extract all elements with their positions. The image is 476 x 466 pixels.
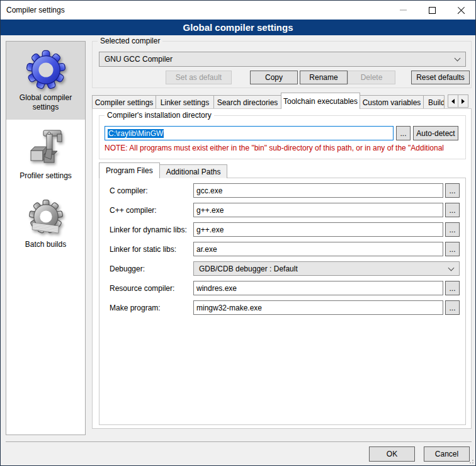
tab-build-options[interactable]: Build options: [423, 95, 445, 109]
compiler-select[interactable]: GNU GCC Compiler: [99, 52, 466, 67]
static-linker-browse-button[interactable]: ...: [445, 242, 460, 256]
maximize-button[interactable]: [417, 1, 446, 20]
footer-divider: [6, 441, 472, 442]
field-label: Resource compiler:: [110, 284, 174, 293]
toolchain-executables-page: Compiler's installation directory C:\ray…: [92, 108, 472, 429]
tab-search-directories[interactable]: Search directories: [213, 95, 281, 109]
field-value: ar.exe: [196, 245, 217, 254]
sidebar-item-label: Global compiler settings: [9, 93, 82, 112]
minimize-icon: [400, 9, 407, 11]
debugger-select[interactable]: GDB/CDB debugger : Default: [193, 261, 460, 276]
field-label: Linker for static libs:: [110, 245, 176, 254]
cpp-compiler-input[interactable]: g++.exe: [193, 203, 443, 217]
subtab-additional-paths[interactable]: Additional Paths: [159, 164, 228, 178]
minimize-button[interactable]: [388, 1, 417, 20]
close-button[interactable]: [446, 1, 475, 20]
cpp-compiler-browse-button[interactable]: ...: [445, 203, 460, 217]
group-legend: Compiler's installation directory: [105, 111, 214, 120]
dynamic-linker-input[interactable]: g++.exe: [193, 222, 443, 237]
resize-grip[interactable]: [468, 458, 473, 463]
settings-category-list: Global compiler settings: [6, 41, 86, 435]
cancel-button[interactable]: Cancel: [424, 446, 470, 462]
install-dir-input[interactable]: C:\raylib\MinGW: [105, 126, 394, 140]
bin-subdirectory-note: NOTE: All programs must exist either in …: [105, 144, 465, 152]
copy-button[interactable]: Copy: [250, 71, 298, 84]
program-row: Resource compiler: windres.exe ...: [99, 281, 465, 295]
program-row: C++ compiler: g++.exe ...: [99, 203, 465, 217]
make-program-browse-button[interactable]: ...: [445, 300, 460, 315]
subtab-program-files[interactable]: Program Files: [99, 162, 160, 178]
delete-button[interactable]: Delete: [348, 71, 395, 84]
caliper-icon: [9, 125, 82, 171]
tab-compiler-settings[interactable]: Compiler settings: [92, 95, 156, 109]
field-value: gcc.exe: [196, 186, 222, 195]
close-icon: [457, 6, 465, 14]
tab-scroll-right-button[interactable]: [458, 94, 468, 108]
selected-text: C:\raylib\MinGW: [108, 129, 164, 138]
program-files-page: C compiler: gcc.exe ... C++ compiler: g+…: [99, 178, 466, 425]
make-program-input[interactable]: mingw32-make.exe: [193, 300, 443, 315]
page-title: Global compiler settings: [1, 20, 475, 35]
program-row: C compiler: gcc.exe ...: [99, 183, 465, 198]
install-dir-browse-button[interactable]: ...: [396, 126, 411, 140]
gray-gear-stack-icon: [9, 193, 82, 240]
triangle-right-icon: [462, 99, 465, 104]
tab-scroll-buttons: [448, 94, 468, 108]
sidebar-item-label: Batch builds: [9, 240, 82, 249]
compiler-settings-dialog: Compiler settings Global compiler settin…: [0, 0, 476, 466]
field-value: windres.exe: [196, 284, 237, 293]
c-compiler-input[interactable]: gcc.exe: [193, 183, 443, 198]
sidebar-item-profiler-settings[interactable]: Profiler settings: [6, 120, 85, 188]
set-as-default-button[interactable]: Set as default: [166, 71, 232, 84]
field-value: g++.exe: [196, 225, 224, 234]
title-bar[interactable]: Compiler settings: [1, 1, 475, 20]
tab-scroll-left-button[interactable]: [448, 94, 458, 108]
resource-compiler-input[interactable]: windres.exe: [193, 281, 443, 295]
field-value: mingw32-make.exe: [196, 304, 262, 312]
rename-button[interactable]: Rename: [300, 71, 348, 84]
field-label: Make program:: [110, 304, 161, 312]
tab-toolchain-executables[interactable]: Toolchain executables: [281, 93, 360, 109]
debugger-select-value: GDB/CDB debugger : Default: [199, 264, 298, 273]
field-label: Linker for dynamic libs:: [110, 225, 187, 234]
program-row: Debugger: GDB/CDB debugger : Default: [99, 261, 465, 276]
field-label: C compiler:: [110, 186, 148, 195]
settings-tabs: Compiler settings Linker settings Search…: [92, 93, 472, 109]
static-linker-input[interactable]: ar.exe: [193, 242, 443, 256]
window-title: Compiler settings: [6, 6, 65, 14]
sidebar-item-batch-builds[interactable]: Batch builds: [6, 188, 85, 257]
installation-directory-group: Compiler's installation directory C:\ray…: [99, 115, 466, 159]
tab-custom-variables[interactable]: Custom variables: [360, 95, 424, 109]
dynamic-linker-browse-button[interactable]: ...: [445, 222, 460, 237]
compiler-select-value: GNU GCC Compiler: [105, 55, 173, 64]
selected-compiler-group: Selected compiler GNU GCC Compiler Set a…: [92, 41, 472, 88]
maximize-icon: [429, 7, 436, 14]
chevron-down-icon: [455, 55, 461, 62]
field-value: g++.exe: [196, 206, 224, 215]
group-legend: Selected compiler: [98, 37, 162, 45]
sidebar-item-label: Profiler settings: [9, 171, 82, 181]
reset-defaults-button[interactable]: Reset defaults: [411, 71, 470, 84]
triangle-left-icon: [451, 99, 455, 104]
ok-button[interactable]: OK: [369, 446, 415, 462]
program-row: Linker for dynamic libs: g++.exe ...: [99, 222, 465, 237]
auto-detect-button[interactable]: Auto-detect: [413, 126, 458, 140]
chevron-down-icon: [448, 264, 455, 271]
tab-linker-settings[interactable]: Linker settings: [156, 95, 214, 109]
sidebar-item-global-compiler-settings[interactable]: Global compiler settings: [6, 42, 85, 120]
c-compiler-browse-button[interactable]: ...: [445, 183, 460, 198]
resource-compiler-browse-button[interactable]: ...: [445, 281, 460, 295]
program-row: Linker for static libs: ar.exe ...: [99, 242, 465, 256]
blue-gear-icon: [9, 47, 82, 93]
program-row: Make program: mingw32-make.exe ...: [99, 300, 465, 315]
field-label: Debugger:: [110, 264, 145, 273]
program-tabs: Program Files Additional Paths: [99, 162, 227, 178]
field-label: C++ compiler:: [110, 206, 157, 215]
